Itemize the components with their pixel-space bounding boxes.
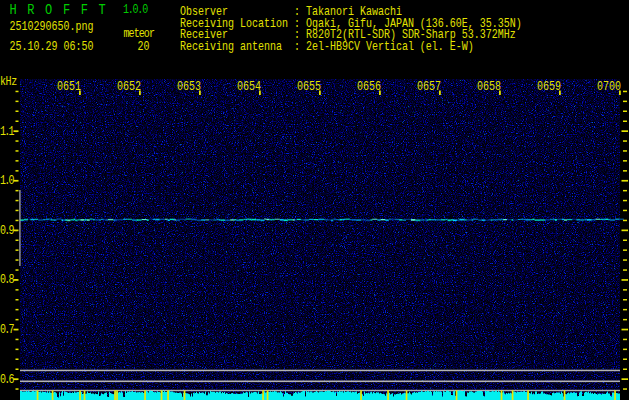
svg-text:0659: 0659 bbox=[537, 80, 561, 93]
svg-text:0656: 0656 bbox=[357, 80, 381, 93]
svg-text:0658: 0658 bbox=[477, 80, 501, 93]
svg-text:0653: 0653 bbox=[177, 80, 201, 93]
svg-text:1.0-: 1.0- bbox=[0, 174, 17, 187]
svg-text:0654: 0654 bbox=[237, 80, 261, 93]
svg-text:20: 20 bbox=[138, 40, 150, 53]
svg-text:2510290650.png: 2510290650.png bbox=[10, 20, 94, 33]
svg-text:0.7-: 0.7- bbox=[0, 323, 17, 336]
svg-text:0657: 0657 bbox=[417, 80, 441, 93]
svg-text:HROFFT: HROFFT bbox=[10, 1, 117, 17]
svg-text:06:50: 06:50 bbox=[64, 40, 94, 53]
svg-text:0.8-: 0.8- bbox=[0, 274, 17, 287]
svg-text:0.6-: 0.6- bbox=[0, 373, 17, 386]
svg-text:1.1-: 1.1- bbox=[0, 125, 17, 138]
svg-text:0652: 0652 bbox=[117, 80, 141, 93]
svg-text:Receiving antenna: Receiving antenna bbox=[180, 40, 282, 53]
svg-text:1.0.0: 1.0.0 bbox=[123, 3, 148, 16]
svg-text:meteor: meteor bbox=[124, 27, 155, 40]
svg-text:: 2el-HB9CV Vertical (el. E-W): : 2el-HB9CV Vertical (el. E-W) bbox=[294, 40, 474, 53]
svg-text:0655: 0655 bbox=[297, 80, 321, 93]
svg-text:kHz: kHz bbox=[0, 75, 17, 88]
svg-text:0.9-: 0.9- bbox=[0, 224, 17, 237]
svg-text:0651: 0651 bbox=[57, 80, 81, 93]
svg-text:0700: 0700 bbox=[597, 80, 621, 93]
svg-text:25.10.29: 25.10.29 bbox=[10, 40, 58, 53]
